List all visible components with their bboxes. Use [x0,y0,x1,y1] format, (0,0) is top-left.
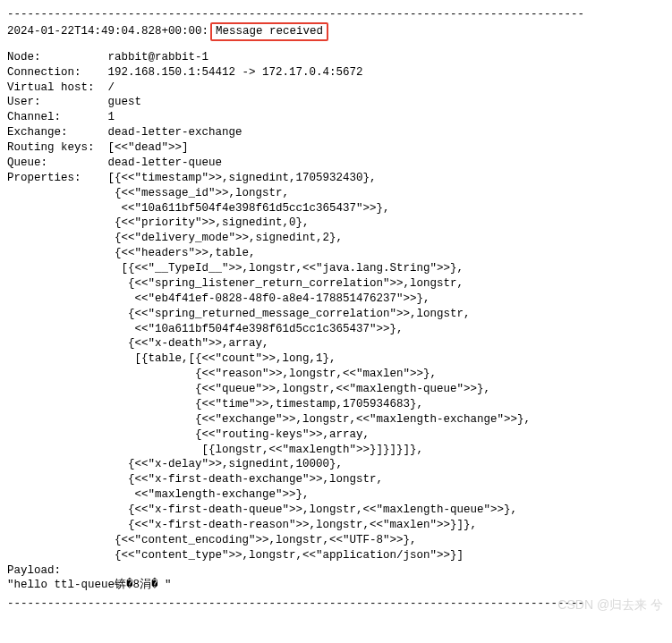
field-properties: Properties: [{<<"timestamp">>,signedint,… [7,171,665,563]
field-val: guest [108,95,142,110]
field-connection: Connection: 192.168.150.1:54412 -> 172.1… [7,65,665,80]
properties-body: [{<<"timestamp">>,signedint,1705932430},… [108,171,532,563]
log-header: 2024-01-22T14:49:04.828+00:00: Message r… [7,22,665,41]
field-key: Exchange: [7,125,108,140]
field-val: [<<"dead">>] [108,140,189,156]
field-exchange: Exchange: dead-letter-exchange [7,125,665,140]
field-routing-keys: Routing keys: [<<"dead">>] [7,140,665,156]
field-key: User: [7,95,108,110]
field-key: Channel: [7,110,108,125]
field-val: 192.168.150.1:54412 -> 172.17.0.4:5672 [108,65,363,80]
log-status-highlight: Message received [210,22,328,41]
field-node: Node: rabbit@rabbit-1 [7,50,665,65]
field-key: Node: [7,50,108,65]
payload-label: Payload: [7,563,665,579]
payload-value: "hello ttl-queue锛�8涓� " [7,578,665,593]
field-val: dead-letter-exchange [108,125,242,140]
field-user: User: guest [7,95,665,110]
field-channel: Channel: 1 [7,110,665,125]
separator-bottom: ----------------------------------------… [7,596,665,612]
field-key: Queue: [7,156,108,171]
field-queue: Queue: dead-letter-queue [7,156,665,171]
field-key: Connection: [7,65,108,80]
field-val: 1 [108,110,115,125]
separator-top: ----------------------------------------… [7,7,665,22]
field-key: Virtual host: [7,80,108,96]
field-val: dead-letter-queue [108,156,223,171]
field-key: Routing keys: [7,140,108,156]
field-key: Properties: [7,171,108,186]
field-val: rabbit@rabbit-1 [108,50,209,65]
field-val: / [108,80,115,96]
log-timestamp: 2024-01-22T14:49:04.828+00:00: [7,24,208,39]
field-vhost: Virtual host: / [7,80,665,96]
